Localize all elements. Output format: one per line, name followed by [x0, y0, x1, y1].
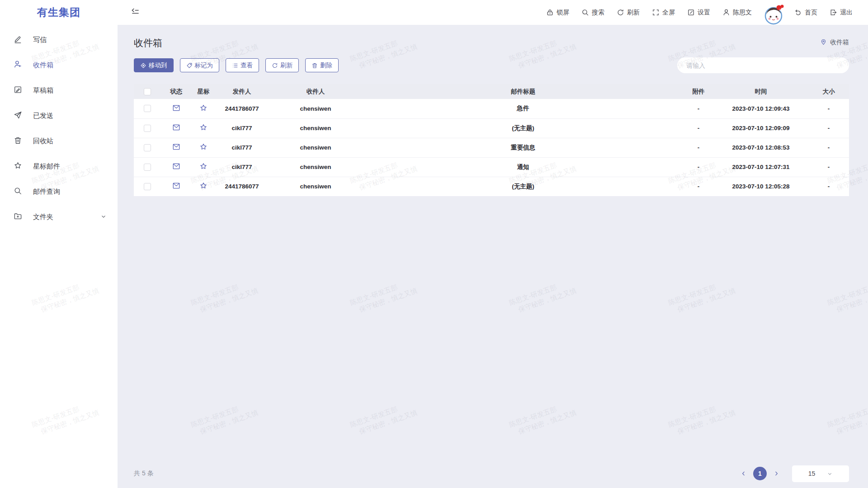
- breadcrumb-label: 收件箱: [830, 38, 849, 47]
- attachment-cell: -: [684, 157, 713, 177]
- refresh-list-button[interactable]: 刷新: [265, 58, 299, 72]
- user-icon: [722, 9, 730, 16]
- search-icon: [581, 9, 589, 16]
- send-icon: [14, 111, 22, 121]
- next-page-button[interactable]: [771, 469, 781, 479]
- column-header-recipient: 收件人: [269, 84, 363, 99]
- table-row[interactable]: 2441786077 chensiwen (无主题) - 2023-07-10 …: [134, 177, 849, 196]
- trash-icon: [14, 136, 22, 146]
- move-to-button[interactable]: 移动到: [134, 58, 174, 72]
- sidebar-item-starred[interactable]: 星标邮件: [0, 154, 118, 179]
- refresh-button[interactable]: 刷新: [617, 9, 640, 17]
- mail-table-body: 2441786077 chensiwen 急件 - 2023-07-10 12:…: [134, 99, 849, 196]
- chevron-down-icon: [827, 471, 833, 477]
- star-toggle-icon[interactable]: [199, 162, 208, 172]
- home-label: 首页: [805, 9, 817, 17]
- person-inbox-icon: [14, 60, 22, 70]
- sidebar-item-label: 已发送: [33, 112, 107, 120]
- table-row[interactable]: cikl777 chensiwen 通知 - 2023-07-10 12:07:…: [134, 157, 849, 177]
- fullscreen-button[interactable]: 全屏: [652, 9, 675, 17]
- sidebar-item-trash[interactable]: 回收站: [0, 128, 118, 154]
- filter-input[interactable]: [677, 57, 849, 73]
- attachment-cell: -: [684, 177, 713, 196]
- lock-screen-label: 锁屏: [557, 9, 569, 17]
- sidebar-collapse-button[interactable]: [131, 7, 140, 18]
- logout-label: 退出: [840, 9, 853, 17]
- view-button[interactable]: 查看: [226, 58, 259, 72]
- size-cell: -: [808, 157, 849, 177]
- tag-icon: [186, 62, 193, 69]
- delete-label: 删除: [320, 61, 332, 70]
- table-row[interactable]: cikl777 chensiwen (无主题) - 2023-07-10 12:…: [134, 118, 849, 138]
- table-row[interactable]: 2441786077 chensiwen 急件 - 2023-07-10 12:…: [134, 99, 849, 118]
- page-head: 收件箱 收件箱: [134, 37, 849, 49]
- star-toggle-icon[interactable]: [199, 104, 208, 113]
- subject-cell: 通知: [363, 157, 684, 177]
- sidebar-item-label: 草稿箱: [33, 86, 107, 95]
- sidebar-item-compose[interactable]: 写信: [0, 27, 118, 52]
- home-button[interactable]: 首页: [794, 9, 817, 17]
- mark-as-button[interactable]: 标记为: [180, 58, 220, 72]
- row-checkbox[interactable]: [144, 183, 151, 190]
- sidebar-item-label: 邮件查询: [33, 188, 107, 196]
- star-toggle-icon[interactable]: [199, 143, 208, 152]
- toolbar: 移动到 标记为 查看 刷新 删除: [134, 57, 849, 73]
- time-cell: 2023-07-10 12:08:53: [713, 138, 808, 157]
- sidebar-item-label: 收件箱: [33, 61, 107, 70]
- lock-icon: [546, 9, 554, 16]
- row-checkbox[interactable]: [144, 105, 151, 112]
- logout-icon: [830, 9, 837, 16]
- lock-screen-button[interactable]: 锁屏: [546, 9, 569, 17]
- column-header-time: 时间: [713, 84, 808, 99]
- page-number[interactable]: 1: [753, 467, 767, 480]
- sidebar-item-label: 星标邮件: [33, 162, 107, 171]
- row-checkbox[interactable]: [144, 125, 151, 132]
- prev-page-button[interactable]: [739, 469, 749, 479]
- page-size-select[interactable]: 15: [792, 465, 849, 482]
- row-checkbox[interactable]: [144, 164, 151, 171]
- avatar[interactable]: [764, 4, 782, 22]
- table-row[interactable]: cikl777 chensiwen 重要信息 - 2023-07-10 12:0…: [134, 138, 849, 157]
- settings-button[interactable]: 设置: [687, 9, 710, 17]
- unread-envelope-icon: [172, 162, 180, 172]
- view-label: 查看: [241, 61, 253, 70]
- total-count: 共 5 条: [134, 469, 154, 478]
- select-all-checkbox[interactable]: [144, 88, 151, 95]
- star-toggle-icon[interactable]: [199, 123, 208, 133]
- sidebar-item-drafts[interactable]: 草稿箱: [0, 78, 118, 103]
- search-label: 搜索: [592, 9, 604, 17]
- sender-cell: cikl777: [215, 118, 269, 138]
- table-header-row: 状态 星标 发件人 收件人 邮件标题 附件 时间 大小: [134, 84, 849, 99]
- logout-button[interactable]: 退出: [830, 9, 853, 17]
- sidebar-item-mail-search[interactable]: 邮件查询: [0, 179, 118, 204]
- column-header-star: 星标: [192, 84, 215, 99]
- sidebar-item-inbox[interactable]: 收件箱: [0, 52, 118, 78]
- mail-table: 状态 星标 发件人 收件人 邮件标题 附件 时间 大小 2441786077 c…: [134, 84, 849, 196]
- recipient-cell: chensiwen: [269, 138, 363, 157]
- size-cell: -: [808, 138, 849, 157]
- topbar: 有生集团 锁屏 搜索 刷新 全屏: [0, 0, 868, 25]
- breadcrumb[interactable]: 收件箱: [820, 38, 849, 47]
- recipient-cell: chensiwen: [269, 177, 363, 196]
- delete-button[interactable]: 删除: [305, 58, 339, 72]
- subject-cell: (无主题): [363, 118, 684, 138]
- star-toggle-icon[interactable]: [199, 182, 208, 191]
- edit-square-icon: [687, 9, 695, 16]
- recipient-cell: chensiwen: [269, 99, 363, 118]
- time-cell: 2023-07-10 12:07:31: [713, 157, 808, 177]
- sidebar-item-sent[interactable]: 已发送: [0, 103, 118, 128]
- user-menu[interactable]: 陈思文: [722, 9, 752, 17]
- search-button[interactable]: 搜索: [581, 9, 604, 17]
- sidebar-item-label: 文件夹: [33, 213, 90, 221]
- time-cell: 2023-07-10 12:09:09: [713, 118, 808, 138]
- sender-cell: cikl777: [215, 138, 269, 157]
- row-checkbox[interactable]: [144, 144, 151, 151]
- unread-envelope-icon: [172, 182, 180, 191]
- unread-envelope-icon: [172, 143, 180, 152]
- sidebar-item-folders[interactable]: 文件夹: [0, 204, 118, 230]
- undo-arrow-icon: [794, 9, 802, 16]
- refresh-list-label: 刷新: [280, 61, 292, 70]
- column-header-subject: 邮件标题: [363, 84, 684, 99]
- sender-cell: cikl777: [215, 157, 269, 177]
- column-header-size: 大小: [808, 84, 849, 99]
